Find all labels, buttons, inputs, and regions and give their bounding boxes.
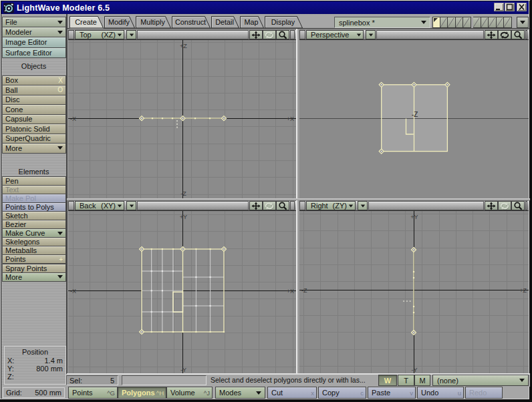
button-label: Modes: [219, 389, 241, 397]
viewport-options-dropdown[interactable]: [126, 30, 136, 39]
sidebar-item-bezier[interactable]: Bezier: [2, 220, 66, 229]
layer-empty-icon: [448, 17, 454, 28]
button-label: SuperQuadric: [5, 134, 51, 142]
sidebar-item-image-editor[interactable]: Image Editor: [2, 37, 66, 47]
sidebar-item-cone[interactable]: Cone: [2, 104, 66, 115]
viewport-type-dropdown-back[interactable]: Back(XY): [75, 201, 124, 210]
viewport-pan-button[interactable]: [485, 201, 498, 210]
button-label: Pen: [5, 177, 19, 185]
layer-bank-dropdown-button[interactable]: [517, 17, 529, 28]
layer-button-5[interactable]: [463, 17, 471, 28]
viewport-options-dropdown[interactable]: [126, 201, 136, 210]
edit-button-paste[interactable]: Pastev: [368, 387, 416, 399]
sidebar-item-disc[interactable]: Disc: [2, 95, 66, 106]
minimize-button[interactable]: [494, 3, 504, 11]
object-selector-dropdown[interactable]: splinebox *: [334, 17, 430, 28]
modes-dropdown[interactable]: Modes: [215, 387, 265, 399]
button-label: Metaballs: [5, 246, 37, 254]
shortcut-hint: ^J: [204, 389, 210, 397]
viewport-title-area[interactable]: [137, 201, 249, 210]
zoom-icon: [513, 202, 523, 210]
tab-label: Display: [271, 18, 295, 26]
sidebar-item-box[interactable]: BoxX: [2, 75, 66, 86]
viewport-canvas-back[interactable]: +Y-Y-X+X: [68, 211, 296, 373]
edit-button-undo[interactable]: Undou: [417, 387, 464, 399]
grid-size-label: Grid:: [6, 389, 22, 397]
sidebar-item-capsule[interactable]: Capsule: [2, 114, 66, 125]
maximize-button[interactable]: [505, 3, 515, 11]
viewport-pan-button[interactable]: [485, 30, 498, 39]
edit-button-cut[interactable]: Cutx: [267, 387, 317, 399]
edit-button-copy[interactable]: Copyc: [318, 387, 366, 399]
vmap-button-label: T: [404, 377, 408, 385]
vmap-button-w[interactable]: W: [378, 375, 397, 386]
viewport-type-dropdown-right[interactable]: Right(ZY): [306, 201, 356, 210]
layer-button-4[interactable]: [456, 17, 464, 28]
viewport-pan-button[interactable]: [249, 30, 263, 39]
sidebar-item-points-to-polys[interactable]: Points to Polys: [2, 202, 66, 212]
sidebar-item-sketch[interactable]: Sketch: [2, 211, 66, 220]
viewport-rotate-button[interactable]: [498, 201, 511, 210]
viewport-options-dropdown[interactable]: [366, 30, 376, 39]
layer-empty-icon: [463, 17, 470, 28]
viewport-rotate-button[interactable]: [263, 30, 276, 39]
viewport-type-label: Top: [80, 31, 92, 39]
sidebar-item-file[interactable]: File: [2, 17, 66, 27]
sidebar-item-modeler[interactable]: Modeler: [2, 27, 66, 37]
viewport-type-dropdown-perspective[interactable]: Perspective: [306, 30, 364, 39]
sidebar-item-make-curve[interactable]: Make Curve: [2, 228, 66, 238]
sidebar-item-platonic-solid[interactable]: Platonic Solid: [2, 124, 66, 134]
sidebar-item-make-pol[interactable]: Make Pol: [2, 194, 66, 203]
edit-button-redo[interactable]: Redo: [465, 387, 503, 399]
viewport-options-dropdown[interactable]: [358, 201, 368, 210]
sidebar-item-ball[interactable]: BallO: [2, 85, 66, 95]
sidebar-item-metaballs[interactable]: Metaballs: [2, 246, 66, 255]
viewport-title-area[interactable]: [376, 30, 484, 39]
layer-button-7[interactable]: [481, 17, 489, 28]
viewport-zoom-button[interactable]: [276, 30, 289, 39]
position-panel-title: Position: [5, 348, 65, 356]
viewport-canvas-right[interactable]: +Y-Y-Z+Z: [299, 211, 529, 373]
sidebar-item-more[interactable]: More: [2, 272, 66, 282]
mode-button-polygons[interactable]: Polygons^H: [118, 387, 166, 399]
sidebar-item-points[interactable]: Points+: [2, 254, 66, 264]
sidebar-item-pen[interactable]: Pen: [2, 176, 66, 186]
shortcut-hint: x: [311, 389, 314, 397]
layer-button-1[interactable]: [432, 17, 440, 28]
layer-button-3[interactable]: [448, 17, 456, 28]
layer-button-6[interactable]: [473, 17, 481, 28]
chevron-down-icon: [57, 232, 63, 235]
viewport-pan-button[interactable]: [249, 201, 263, 210]
sidebar-item-text[interactable]: Text: [2, 185, 66, 194]
button-label: Paste: [372, 389, 390, 397]
sidebar-item-spray-points[interactable]: Spray Points: [2, 264, 66, 273]
viewport-title-area[interactable]: [368, 201, 484, 210]
layer-button-10[interactable]: [504, 17, 512, 28]
layer-button-9[interactable]: [497, 17, 505, 28]
mode-button-points[interactable]: Points^G: [68, 387, 118, 399]
mode-button-volume[interactable]: Volume^J: [166, 387, 213, 399]
button-label: Bezier: [5, 220, 26, 228]
viewport-zoom-button[interactable]: [511, 201, 525, 210]
position-panel: PositionX:1.4 mY:800 mmZ:: [4, 346, 66, 385]
close-button[interactable]: [517, 3, 527, 11]
viewport-zoom-button[interactable]: [511, 30, 525, 39]
sidebar-item-more[interactable]: More: [2, 143, 66, 154]
viewport-rotate-button[interactable]: [263, 201, 276, 210]
vmap-button-m[interactable]: M: [414, 375, 430, 386]
viewport-canvas-top[interactable]: +Z-Z-X+X: [68, 40, 296, 198]
svg-text:+Y: +Y: [410, 214, 418, 220]
vertex-map-selector[interactable]: (none): [432, 375, 529, 386]
layer-button-2[interactable]: [440, 17, 448, 28]
sidebar-item-superquadric[interactable]: SuperQuadric: [2, 134, 66, 144]
viewport-title-area[interactable]: [137, 30, 249, 39]
viewport-type-dropdown-top[interactable]: Top(XZ): [75, 30, 124, 39]
sidebar-item-surface-editor[interactable]: Surface Editor: [2, 47, 66, 58]
viewport-canvas-perspective[interactable]: -Z: [299, 40, 529, 198]
viewport-zoom-button[interactable]: [276, 201, 289, 210]
layer-button-8[interactable]: [489, 17, 497, 28]
vmap-button-t[interactable]: T: [398, 375, 414, 386]
sidebar-item-skelegons[interactable]: Skelegons: [2, 237, 66, 246]
button-label: Make Curve: [5, 229, 45, 237]
viewport-rotate-button[interactable]: [498, 30, 511, 39]
